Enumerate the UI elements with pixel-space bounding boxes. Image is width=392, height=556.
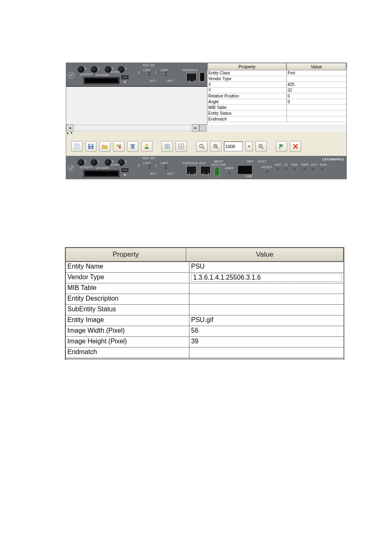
led-lc [285,167,287,170]
value-cell[interactable]: 39 [189,337,344,347]
scroll-track[interactable] [74,125,192,131]
dev-port [237,165,253,175]
status-act: ACT [311,163,318,166]
value-cell[interactable]: PSU.gif [189,315,344,326]
table-row[interactable]: Endmatch [208,116,346,122]
status-run: RUN [320,163,327,166]
table-row[interactable]: Vendor Type1.3.6.1.4.1.25506.3.1.6 [66,273,344,283]
svg-marker-8 [119,144,121,146]
scroll-left-button[interactable]: ◄ [66,124,74,132]
zoom-in-button[interactable] [210,141,221,152]
user-button[interactable] [141,141,152,152]
value-cell[interactable]: 0 [287,99,346,105]
table-row[interactable]: Entity Status [208,111,346,116]
zoom-out-button[interactable] [255,141,267,152]
table-row[interactable]: MIB Table [208,105,346,111]
zoom-input[interactable] [224,141,243,151]
reset-led [266,170,268,172]
shapes-button[interactable] [113,141,125,152]
cfcard-slot-b [83,170,120,177]
table-row[interactable]: MIB Table [66,283,344,294]
scroll-right-button[interactable]: ► [192,124,199,132]
new-doc-button[interactable] [71,141,83,152]
table-row[interactable]: Relative Position0 [208,93,346,99]
table-row[interactable]: X425 [208,82,346,88]
aux-label-b: AUX [199,162,206,164]
console-label-b: CONSOLE [182,162,198,164]
folder-button[interactable] [99,141,111,152]
cfcard-label: CFCARD [96,74,109,76]
cfs-indicator: CFS [121,75,129,83]
value-cell[interactable] [189,305,344,315]
value-cell[interactable]: 0 [287,93,346,99]
table-row[interactable]: Entity Description [66,294,344,305]
prop-cell: SubEntity Status [66,305,189,315]
save-button[interactable] [85,141,97,152]
sash-handle[interactable]: ▲▼ [66,131,74,135]
value-cell[interactable]: 32 [287,88,346,93]
prop-cell: Entity Status [208,111,287,116]
value-cell[interactable]: 1.3.6.1.4.1.25506.3.1.6 [189,273,344,283]
table-row[interactable]: Angle0 [208,99,346,105]
table-row[interactable]: Image Height (Pixel)39 [66,337,344,348]
scroll-splitter[interactable] [199,124,207,132]
value-cell[interactable]: 56 [189,326,344,336]
table-row[interactable]: Vendor Type [208,76,346,82]
col-header-value[interactable]: Value [286,63,346,70]
status-lc: LC [284,163,288,166]
status-sec: SEC [275,163,281,166]
cfcard-slot [83,77,120,84]
fit-button[interactable] [161,141,173,152]
table-row[interactable]: Y32 [208,88,346,93]
col-header-property[interactable]: Property [208,63,286,70]
aux-port-edge [199,72,205,82]
prop-cell: Image Height (Pixel) [66,337,189,347]
col-header-value-b[interactable]: Value [186,248,344,262]
cfs-indicator-b: CFS [121,168,129,176]
led-act [312,167,314,170]
prop-cell: Relative Position [208,93,287,99]
svg-rect-10 [131,144,135,145]
delete-button[interactable] [127,141,138,152]
flag-button[interactable] [276,141,287,152]
port1-label-b: 1 [155,164,157,167]
value-cell[interactable] [189,294,344,304]
value-cell[interactable] [287,105,346,111]
table-foot [66,358,344,360]
table-row[interactable]: Entity ClassPort [208,70,346,76]
prop-cell: Entity Description [66,294,189,304]
table-row[interactable]: Entity NamePSU [66,262,344,273]
table-row[interactable]: Image Width (Pixel)56 [66,326,344,337]
value-cell[interactable] [189,283,344,294]
value-cell[interactable]: 425 [287,82,346,88]
horizontal-scrollbar[interactable]: ◄ ► [66,125,207,131]
knob-1a: 1 [91,66,97,73]
close-button[interactable] [290,141,301,152]
value-cell[interactable] [287,76,346,82]
table-row[interactable]: SubEntity Status [66,305,344,315]
value-cell[interactable] [287,111,346,116]
act-label-2-b: ACT [150,172,157,175]
value-cell[interactable]: PSU [189,262,344,272]
clkin-label: CLKIN [111,70,120,73]
dev-label: DEV [247,160,254,163]
zoom-dropdown[interactable]: ▾ [245,141,253,151]
prop-scroll-handle[interactable] [346,63,347,68]
svg-point-16 [200,144,203,148]
value-cell[interactable]: Port [287,70,346,76]
property-table-top: Property Value Entity ClassPortVendor Ty… [207,63,346,125]
knob-1a-b: 1 [91,159,97,166]
upper-panel: 2 1 2 1 CLKOUT CLKIN CFCARD CFS NCC GE 2… [66,63,347,179]
led-pwr [303,167,305,170]
table-row[interactable]: Endmatch [66,348,344,358]
magnify-button[interactable] [196,141,208,152]
table-row[interactable]: Entity ImagePSU.gif [66,315,344,326]
svg-line-17 [203,147,204,149]
col-header-property-b[interactable]: Property [66,248,186,262]
value-cell[interactable] [287,116,346,122]
value-cell[interactable] [189,348,344,358]
property-table-bottom: Property Value Entity NamePSUVendor Type… [65,247,344,360]
link-label-2: LINK [143,69,151,72]
act-label-1-b: ACT [167,172,174,175]
grid-button[interactable] [175,141,187,152]
